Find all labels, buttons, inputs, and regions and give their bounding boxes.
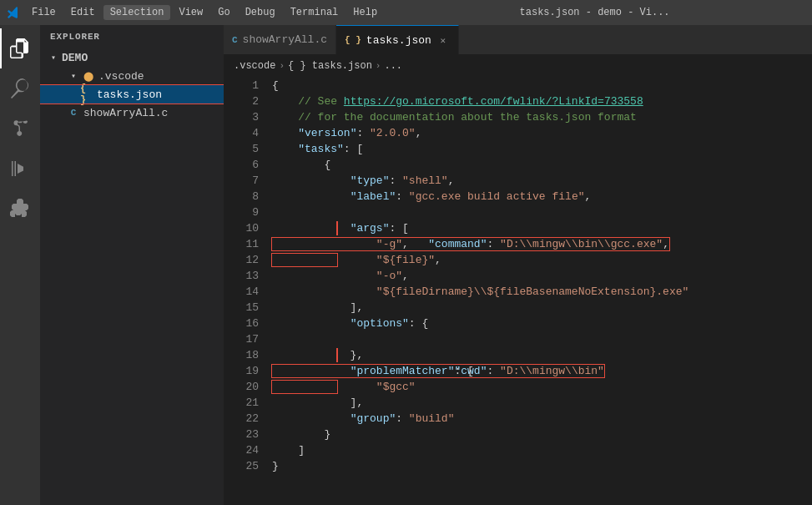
c-file-icon: C [67,106,80,119]
breadcrumb-more: ... [384,60,402,72]
code-line-10: "args": [ [272,220,812,236]
activity-extensions[interactable] [0,189,40,229]
tasks-json-label: tasks.json [97,88,162,101]
code-line-21: ], [272,395,812,411]
menu-file[interactable]: File [25,5,63,20]
code-line-16: "options": { [272,316,812,331]
chevron-down-icon: ▾ [47,51,60,64]
root-folder-label: DEMO [62,52,88,64]
main-layout: Explorer ▾ DEMO ▾ ⬤ .vscode { } tasks.js… [0,25,812,505]
tasks-json-item[interactable]: { } tasks.json [40,85,224,104]
activity-run[interactable] [0,149,40,189]
code-line-25: } [272,458,812,474]
code-editor[interactable]: 12345 678910 1112131415 1617181920 21222… [224,78,812,505]
code-line-24: ] [272,442,812,458]
menu-go[interactable]: Go [211,5,236,20]
code-line-7: "type": "shell", [272,173,812,189]
show-arry-all-label: showArryAll.c [83,107,168,119]
sidebar: Explorer ▾ DEMO ▾ ⬤ .vscode { } tasks.js… [40,25,224,505]
tab-show-arry-all[interactable]: C showArryAll.c [224,25,336,54]
activity-source-control[interactable] [0,109,40,149]
breadcrumb-vscode: .vscode [234,60,275,72]
window-title: tasks.json - demo - Vi... [384,7,805,18]
menu-view[interactable]: View [172,5,209,20]
tab-bar: C showArryAll.c { } tasks.json ✕ [224,25,812,54]
tab-show-arry-all-label: showArryAll.c [243,33,327,46]
code-line-2: // See https://go.microsoft.com/fwlink/?… [272,93,812,109]
tab-tasks-json-label: tasks.json [366,34,431,47]
code-line-18: }, [272,347,812,363]
activity-search[interactable] [0,68,40,109]
chevron-down-icon: ▾ [67,69,80,83]
code-line-12: "${file}", [272,252,812,268]
code-line-6: { [272,157,812,173]
code-content: { // See https://go.microsoft.com/fwlink… [265,78,812,505]
root-folder[interactable]: ▾ DEMO [40,48,224,67]
menu-bar: File Edit Selection View Go Debug Termin… [25,5,384,20]
tab-close-button[interactable]: ✕ [436,33,450,47]
menu-terminal[interactable]: Terminal [284,5,345,20]
code-line-23: } [272,427,812,442]
breadcrumb: .vscode › { } tasks.json › ... [224,54,812,78]
code-line-17: "cwd": "D:\\mingw\\bin" [272,331,812,347]
code-line-3: // for the documentation about the tasks… [272,109,812,125]
breadcrumb-sep-2: › [376,61,381,71]
code-line-8: "label": "gcc.exe build active file", [272,189,812,205]
line-numbers: 12345 678910 1112131415 1617181920 21222… [224,78,265,505]
activity-explorer[interactable] [0,28,40,68]
code-line-13: "-o", [272,268,812,284]
editor-area: C showArryAll.c { } tasks.json ✕ .vscode… [224,25,812,505]
show-arry-all-item[interactable]: C showArryAll.c [40,104,224,122]
code-line-5: "tasks": [ [272,141,812,157]
code-line-4: "version": "2.0.0", [272,125,812,141]
vscode-folder-label: .vscode [98,70,144,83]
tab-tasks-json[interactable]: { } tasks.json ✕ [336,25,459,54]
json-tab-icon: { } [345,35,361,45]
menu-edit[interactable]: Edit [64,5,102,20]
code-line-1: { [272,78,812,93]
menu-selection[interactable]: Selection [103,5,171,20]
breadcrumb-tasks-json: { } tasks.json [288,60,372,72]
vscode-icon [7,6,20,19]
c-file-tab-icon: C [232,35,238,45]
folder-icon: ⬤ [82,69,95,83]
code-line-19: "problemMatcher": [ [272,363,812,379]
explorer-tree: ▾ DEMO ▾ ⬤ .vscode { } tasks.json C show… [40,48,224,122]
menu-debug[interactable]: Debug [239,5,282,20]
code-line-22: "group": "build" [272,411,812,427]
json-file-icon: { } [80,88,93,101]
breadcrumb-sep-1: › [279,61,285,71]
menu-help[interactable]: Help [346,5,384,20]
code-line-11: "-g", [272,236,812,252]
code-line-9: "command": "D:\\mingw\\bin\\gcc.exe", [272,205,812,220]
code-line-14: "${fileDirname}\\${fileBasenameNoExtensi… [272,284,812,300]
activity-bar [0,25,40,505]
title-bar: File Edit Selection View Go Debug Termin… [0,0,812,25]
vscode-folder-item[interactable]: ▾ ⬤ .vscode [40,67,224,85]
code-line-20: "$gcc" [272,379,812,395]
code-line-15: ], [272,300,812,316]
sidebar-title: Explorer [40,25,224,48]
